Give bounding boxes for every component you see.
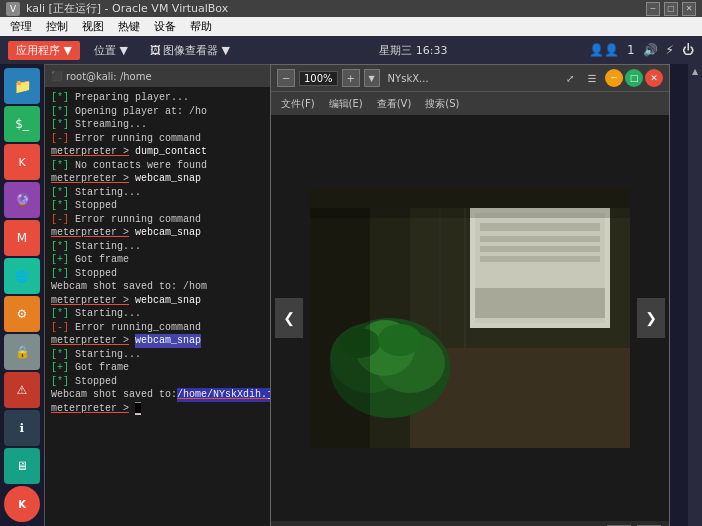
term-line-9: [*] Stopped: [51, 199, 307, 213]
panel-power-icon: ⏻: [682, 43, 694, 57]
vbox-close[interactable]: ✕: [682, 2, 696, 16]
term-line-17: [*] Starting...: [51, 307, 307, 321]
vbox-menu-view[interactable]: 视图: [76, 17, 110, 36]
term-line-3: [*] Streaming...: [51, 118, 307, 132]
dock-icon-warn[interactable]: ⚠: [4, 372, 40, 408]
term-line-cursor: meterpreter > █: [51, 402, 307, 416]
term-line-2: [*] Opening player at: /ho: [51, 105, 307, 119]
svg-rect-9: [475, 288, 605, 318]
zoom-plus-button[interactable]: +: [342, 69, 360, 87]
viewer-next-button[interactable]: ❯: [637, 298, 665, 338]
zoom-dropdown[interactable]: ▼: [364, 69, 380, 87]
viewer-bottom-controls: ↺ ↻: [271, 521, 669, 526]
zoom-minus-button[interactable]: ─: [277, 69, 295, 87]
panel-right-icons: 👤👤 1 🔊 ⚡ ⏻: [589, 43, 694, 57]
viewer-close[interactable]: ✕: [645, 69, 663, 87]
panel-imgviewer-label: 图像查看器 ▼: [163, 43, 230, 58]
dock-icon-kali[interactable]: K: [4, 144, 40, 180]
panel-datetime: 星期三 16:33: [244, 43, 583, 58]
term-line-21: [+] Got frame: [51, 361, 307, 375]
dock-icon-purple[interactable]: 🔮: [4, 182, 40, 218]
kali-desktop: 应用程序 ▼ 位置 ▼ 🖼 图像查看器 ▼ 星期三 16:33 👤👤 1 🔊 ⚡…: [0, 36, 702, 526]
panel-network-icon: 👤👤: [589, 43, 619, 57]
panel-imgviewer-icon: 🖼: [150, 44, 161, 57]
panel-location-button[interactable]: 位置 ▼: [86, 41, 136, 60]
dock-icon-settings[interactable]: ⚙: [4, 296, 40, 332]
panel-apps-button[interactable]: 应用程序 ▼: [8, 41, 80, 60]
term-line-7: meterpreter > webcam_snap: [51, 172, 307, 186]
svg-point-15: [378, 324, 422, 356]
vbox-menu-hotkey[interactable]: 热键: [112, 17, 146, 36]
svg-rect-16: [310, 188, 370, 448]
dock-icon-active[interactable]: M: [4, 220, 40, 256]
panel-speaker-icon: 🔊: [643, 43, 658, 57]
vbox-minimize[interactable]: ─: [646, 2, 660, 16]
vbox-title: kali [正在运行] - Oracle VM VirtualBox: [26, 1, 640, 16]
viewer-expand-button[interactable]: ⤢: [561, 69, 579, 87]
vbox-menu-control[interactable]: 控制: [40, 17, 74, 36]
viewer-menu-view[interactable]: 查看(V): [373, 95, 416, 113]
vbox-menu-help[interactable]: 帮助: [184, 17, 218, 36]
viewer-image-area: ❮: [271, 115, 669, 521]
desktop-content: 📁 $_ K 🔮 M 🌐 ⚙: [0, 64, 702, 526]
viewer-prev-button[interactable]: ❮: [275, 298, 303, 338]
zoom-value: 100%: [299, 71, 338, 86]
svg-rect-5: [480, 223, 600, 231]
panel-imgviewer-button[interactable]: 🖼 图像查看器 ▼: [142, 41, 238, 60]
viewer-titlebar: ─ 100% + ▼ NYskX... ⤢ ☰ ─ □ ✕: [271, 65, 669, 91]
term-line-15: Webcam shot saved to: /hom: [51, 280, 307, 294]
term-line-12: [*] Starting...: [51, 240, 307, 254]
webcam-image: [310, 188, 630, 448]
term-line-11: meterpreter > webcam_snap: [51, 226, 307, 240]
panel-battery-icon: ⚡: [666, 43, 674, 57]
vbox-menubar: 管理 控制 视图 热键 设备 帮助: [0, 17, 702, 36]
svg-rect-7: [480, 246, 600, 252]
term-line-16: meterpreter > webcam_snap: [51, 294, 307, 308]
term-line-18: [-] Error running_command: [51, 321, 307, 335]
right-scrollbar[interactable]: ▲ ▼: [688, 64, 702, 526]
viewer-menu-edit[interactable]: 编辑(E): [325, 95, 367, 113]
left-dock: 📁 $_ K 🔮 M 🌐 ⚙: [0, 64, 44, 526]
term-line-23: Webcam shot saved to: /home/NYskXdih.jpe…: [51, 388, 307, 402]
image-viewer: ─ 100% + ▼ NYskX... ⤢ ☰ ─ □ ✕: [270, 64, 670, 526]
dock-icon-terminal[interactable]: $_: [4, 106, 40, 142]
vbox-maximize[interactable]: □: [664, 2, 678, 16]
dock-icon-i2[interactable]: 🖥: [4, 448, 40, 484]
term-line-14: [*] Stopped: [51, 267, 307, 281]
vbox-menu-manage[interactable]: 管理: [4, 17, 38, 36]
term-line-20: [*] Starting...: [51, 348, 307, 362]
term-line-19: meterpreter > webcam_snap: [51, 334, 307, 348]
viewer-minimize[interactable]: ─: [605, 69, 623, 87]
vbox-window-controls: ─ □ ✕: [646, 2, 696, 16]
viewer-menu-button[interactable]: ☰: [583, 69, 601, 87]
vbox-titlebar: V kali [正在运行] - Oracle VM VirtualBox ─ □…: [0, 0, 702, 17]
viewer-window-controls: ─ □ ✕: [605, 69, 663, 87]
viewer-menu-search[interactable]: 搜索(S): [421, 95, 463, 113]
term-line-1: [*] Preparing player...: [51, 91, 307, 105]
term-line-22: [*] Stopped: [51, 375, 307, 389]
viewer-filename: NYskX...: [384, 73, 557, 84]
terminal-title-icon: ⬛: [51, 71, 62, 81]
dock-icon-lock[interactable]: 🔒: [4, 334, 40, 370]
viewer-maximize[interactable]: □: [625, 69, 643, 87]
term-line-8: [*] Starting...: [51, 186, 307, 200]
viewer-menu-file[interactable]: 文件(F): [277, 95, 319, 113]
term-line-10: [-] Error running command: [51, 213, 307, 227]
term-line-4: [-] Error running command: [51, 132, 307, 146]
viewer-tb-left: ─ 100% + ▼: [277, 69, 380, 87]
vbox-window: V kali [正在运行] - Oracle VM VirtualBox ─ □…: [0, 0, 702, 526]
kali-top-panel: 应用程序 ▼ 位置 ▼ 🖼 图像查看器 ▼ 星期三 16:33 👤👤 1 🔊 ⚡…: [0, 36, 702, 64]
dock-icon-network[interactable]: 🌐: [4, 258, 40, 294]
term-line-6: [*] No contacts were found: [51, 159, 307, 173]
svg-rect-8: [480, 256, 600, 262]
dock-icon-info[interactable]: ℹ: [4, 410, 40, 446]
svg-rect-20: [310, 188, 630, 208]
viewer-toolbar: 文件(F) 编辑(E) 查看(V) 搜索(S): [271, 91, 669, 115]
svg-rect-6: [480, 236, 600, 242]
panel-badge-icon: 1: [627, 43, 635, 57]
term-line-5: meterpreter > dump_contact: [51, 145, 307, 159]
scroll-up-button[interactable]: ▲: [688, 64, 702, 78]
dock-icon-files[interactable]: 📁: [4, 68, 40, 104]
vbox-menu-device[interactable]: 设备: [148, 17, 182, 36]
dock-icon-kali-logo[interactable]: K: [4, 486, 40, 522]
